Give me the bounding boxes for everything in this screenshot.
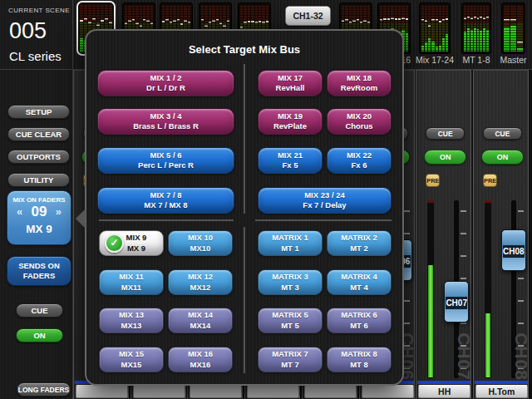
mix-on-faders-label: MIX ON FADERS [7,196,71,204]
mix-bus-button-matrix-5[interactable]: MATRIX 5MT 5 [258,308,323,333]
strip-name-plate[interactable] [362,385,414,398]
divider [244,64,245,214]
strip-meter [427,200,434,378]
scene-series: CL series [9,49,62,63]
next-mix-arrow[interactable]: » [56,205,62,218]
mix-bus-button-mix-21[interactable]: MIX 21Fx 5 [258,147,323,174]
meter-block-master[interactable] [501,2,525,54]
mix-bus-button-mix-20[interactable]: MIX 20Chorus [327,108,392,135]
cue-button[interactable]: CUE [16,303,63,318]
scene-panel: CURRENT SCENE 005 CL series [0,0,73,70]
channel-strip-ch08: CUEONPRECH08CH08H.Tom [473,70,529,399]
strip-pre-button[interactable]: PRE [426,174,440,187]
meter-block-mix-17-24[interactable] [419,2,451,54]
sends-on-faders-line2: FADERS [7,271,71,281]
prev-mix-arrow[interactable]: « [17,205,22,218]
long-faders-button[interactable]: LONG FADERS [17,382,71,397]
strip-name-plate[interactable] [76,385,128,398]
mix-bus-button-mix-17[interactable]: MIX 17RevHall [258,70,323,96]
meter-block-label: Master [480,55,532,66]
channel-strip-ch07: CUEONPRECH07CH07HH [416,70,471,399]
mix-bus-button-mix-19[interactable]: MIX 19RevPlate [258,108,323,135]
mix-bus-button-matrix-1[interactable]: MATRIX 1MT 1 [258,230,323,256]
mix-bus-button-mix-16[interactable]: MIX 16MX16 [168,347,233,372]
strip-fader-cap-label: CH08 [503,245,525,258]
strip-name-plate[interactable] [304,385,357,398]
strip-meter-level [485,313,490,377]
mix-bus-button-matrix-6[interactable]: MATRIX 6MT 6 [327,308,392,333]
strip-fader-cap[interactable]: CH07 [444,281,469,323]
mix-bus-button-mix-9[interactable]: MIX 9MX 9✓ [99,230,164,256]
strip-name-plate[interactable] [133,385,185,398]
mix-bus-button-matrix-4[interactable]: MATRIX 4MT 4 [327,269,392,295]
mix-bus-button-mix-11[interactable]: MIX 11MX11 [99,269,164,295]
mix-bus-button-matrix-2[interactable]: MATRIX 2MT 2 [327,230,392,256]
mix-bus-button-mix-14[interactable]: MIX 14MX14 [168,308,233,333]
strip-meter-level [428,265,433,377]
mix-bus-button-matrix-3[interactable]: MATRIX 3MT 3 [258,269,323,295]
bank-button-ch1-32[interactable]: CH1-32 [285,6,331,26]
sidebar: MIX ON FADERS « 09 » MX 9 SENDS ON FADER… [0,70,73,399]
strip-name-plate[interactable]: H.Tom [475,385,528,398]
mix-bus-button-mix-3-4[interactable]: MIX 3 / 4Brass L / Brass R [97,108,234,135]
mix-bus-button-mix-22[interactable]: MIX 22Fx 6 [327,147,392,174]
meter-block-mt-1-8[interactable] [461,2,491,54]
mix-bus-button-matrix-8[interactable]: MATRIX 8MT 8 [327,347,392,372]
sidebar-button-outports[interactable]: OUTPORTS [7,150,70,164]
check-icon: ✓ [105,234,124,253]
sidebar-button-setup[interactable]: SETUP [7,105,70,119]
mix-bus-button-mix-13[interactable]: MIX 13MX13 [99,308,164,333]
divider [255,219,392,221]
select-target-mix-bus-dialog: Select Target Mix Bus MIX 1 / 2Dr L / Dr… [85,29,404,386]
mix-bus-button-mix-12[interactable]: MIX 12MX12 [168,269,233,295]
strip-name-plate[interactable] [190,385,242,398]
mix-bus-button-mix-5-6[interactable]: MIX 5 / 6Perc L / Perc R [97,147,234,174]
strip-fader-cap[interactable]: CH08 [501,229,526,271]
strip-on-button[interactable]: ON [424,150,466,165]
strip-watermark: CH08 [515,332,531,382]
sends-on-faders-button[interactable]: SENDS ON FADERS [7,256,71,286]
mix-bus-button-mix-15[interactable]: MIX 15MX15 [99,347,164,372]
mix-bus-button-matrix-7[interactable]: MATRIX 7MT 7 [258,347,323,372]
strip-cue-button[interactable]: CUE [426,127,465,140]
mix-bus-button-mix-18[interactable]: MIX 18RevRoom [327,70,392,96]
mix-number: 09 [32,204,47,219]
strip-watermark: CH07 [457,332,474,382]
strip-name-plate[interactable]: HH [418,385,470,398]
mix-bus-button-mix-23-24[interactable]: MIX 23 / 24Fx 7 / Delay [258,187,392,214]
dialog-pointer-icon [76,209,86,229]
strip-pre-button[interactable]: PRE [483,174,497,187]
sidebar-button-utility[interactable]: UTILITY [7,173,70,187]
current-scene-label: CURRENT SCENE [8,7,70,14]
mix-bus-button-mix-7-8[interactable]: MIX 7 / 8MX 7 / MX 8 [97,187,234,214]
sidebar-button-cue-clear[interactable]: CUE CLEAR [7,127,70,141]
mix-on-faders-button[interactable]: MIX ON FADERS « 09 » MX 9 [7,190,71,245]
mix-name: MX 9 [7,223,71,235]
dialog-title: Select Target Mix Bus [86,43,402,56]
strip-meter [485,200,491,378]
scene-number: 005 [9,18,47,44]
strip-cue-button[interactable]: CUE [483,127,522,140]
strip-fader-cap-label: CH07 [446,297,467,309]
on-button[interactable]: ON [16,328,63,342]
divider [244,227,245,373]
sends-on-faders-line1: SENDS ON [7,261,71,271]
strip-name-plate[interactable] [247,385,299,398]
mix-bus-button-mix-1-2[interactable]: MIX 1 / 2Dr L / Dr R [97,70,234,96]
mix-bus-button-mix-10[interactable]: MIX 10MX10 [168,230,233,256]
divider [99,219,234,221]
strip-on-button[interactable]: ON [481,150,524,165]
